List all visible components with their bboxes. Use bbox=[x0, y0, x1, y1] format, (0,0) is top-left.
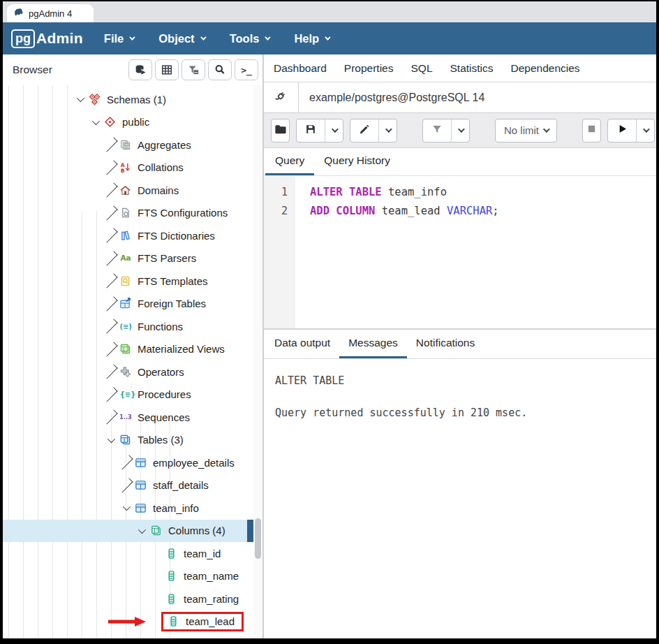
tree-item-team-id[interactable]: team_id bbox=[3, 542, 253, 565]
tree-item-team-rating[interactable]: team_rating bbox=[3, 587, 253, 610]
chevron-right-icon[interactable] bbox=[118, 460, 133, 465]
tab-query[interactable]: Query bbox=[265, 148, 314, 175]
chevron-down-icon[interactable] bbox=[72, 96, 87, 102]
chevron-right-icon[interactable] bbox=[103, 256, 118, 261]
tab-dependencies[interactable]: Dependencies bbox=[511, 62, 580, 75]
chevron-right-icon[interactable] bbox=[103, 210, 118, 216]
chevron-right-icon[interactable] bbox=[103, 278, 118, 284]
tab-notifications[interactable]: Notifications bbox=[407, 330, 484, 358]
chevron-down-icon[interactable] bbox=[103, 437, 118, 443]
tree-item-functions[interactable]: (≡)Functions bbox=[3, 315, 253, 338]
tree-item-fts-parsers[interactable]: AaFTS Parsers bbox=[3, 247, 253, 270]
tab-dashboard[interactable]: Dashboard bbox=[274, 62, 327, 75]
tree-item-sequences[interactable]: 1..3Sequences bbox=[3, 406, 253, 429]
chevron-right-icon[interactable] bbox=[103, 369, 118, 374]
chevron-right-icon[interactable] bbox=[103, 323, 118, 329]
tree-item-foreign-tables[interactable]: Foreign Tables bbox=[3, 293, 253, 316]
filter-dropdown-button[interactable] bbox=[451, 119, 469, 142]
browser-tab[interactable]: pgAdmin 4 bbox=[7, 4, 94, 22]
filter-button-group bbox=[422, 119, 470, 142]
stop-button[interactable] bbox=[582, 119, 601, 142]
tab-statistics[interactable]: Statistics bbox=[450, 62, 494, 75]
tree-item-label: Procedures bbox=[138, 388, 191, 400]
edit-dropdown-button[interactable] bbox=[378, 119, 397, 142]
chevron-right-icon[interactable] bbox=[103, 142, 118, 147]
connection-status-cell[interactable] bbox=[264, 82, 299, 112]
execute-dropdown-button[interactable] bbox=[636, 119, 654, 142]
row-limit-value: No limit bbox=[504, 124, 543, 136]
tree-item-label: Materialized Views bbox=[138, 343, 225, 355]
edit-button-group bbox=[350, 119, 397, 142]
chevron-right-icon[interactable] bbox=[103, 187, 118, 193]
query-tool-button[interactable] bbox=[128, 59, 152, 80]
search-objects-button[interactable] bbox=[208, 59, 232, 80]
view-data-button[interactable] bbox=[155, 59, 179, 80]
tree-item-fts-configurations[interactable]: FTS Configurations bbox=[3, 202, 253, 225]
tab-query-history[interactable]: Query History bbox=[314, 148, 400, 175]
menu-file[interactable]: File bbox=[104, 32, 133, 45]
chevron-right-icon[interactable] bbox=[103, 392, 118, 397]
tree-item-schemas-1[interactable]: Schemas (1) bbox=[3, 88, 253, 111]
tree-item-collations[interactable]: ABCollations bbox=[3, 156, 253, 180]
tree-item-label: Sequences bbox=[138, 411, 190, 423]
save-button[interactable] bbox=[297, 119, 325, 142]
svg-text:(≡): (≡) bbox=[119, 323, 131, 330]
edit-button[interactable] bbox=[350, 119, 378, 142]
tab-data-output[interactable]: Data output bbox=[265, 330, 339, 358]
chevron-right-icon[interactable] bbox=[103, 346, 118, 352]
tree-item-aggregates[interactable]: Aggregates bbox=[3, 133, 253, 156]
chevron-right-icon[interactable] bbox=[103, 301, 118, 307]
filter-button[interactable] bbox=[423, 119, 451, 142]
tree-scrollbar[interactable] bbox=[253, 85, 262, 638]
chevron-down-icon[interactable] bbox=[118, 505, 133, 511]
chevron-glyph bbox=[123, 503, 131, 511]
chevron-right-icon[interactable] bbox=[103, 165, 118, 170]
tab-sql[interactable]: SQL bbox=[410, 62, 432, 75]
chevron-right-icon[interactable] bbox=[103, 233, 118, 238]
column-icon bbox=[164, 546, 179, 560]
tab-properties[interactable]: Properties bbox=[344, 62, 394, 75]
tree-item-label: Functions bbox=[138, 321, 183, 332]
chevron-down-icon[interactable] bbox=[87, 119, 103, 125]
tree-item-operators[interactable]: Operators bbox=[3, 360, 253, 383]
tree-item-team-name[interactable]: team_name bbox=[3, 565, 253, 588]
tree-item-procedures[interactable]: {≡}Procedures bbox=[3, 383, 253, 407]
browser-tab-title: pgAdmin 4 bbox=[29, 8, 72, 19]
save-dropdown-button[interactable] bbox=[325, 119, 343, 142]
tree-item-team-info[interactable]: team_info bbox=[3, 497, 253, 520]
filtered-rows-button[interactable] bbox=[182, 59, 205, 80]
tab-messages[interactable]: Messages bbox=[339, 330, 407, 358]
tree-item-fts-templates[interactable]: FTS Templates bbox=[3, 270, 253, 293]
chevron-down-icon[interactable] bbox=[133, 528, 149, 534]
tree-scrollbar-thumb[interactable] bbox=[255, 518, 261, 559]
tree-item-tables-3[interactable]: Tables (3) bbox=[3, 429, 253, 452]
tree-item-team-lead[interactable]: team_lead bbox=[3, 610, 253, 634]
menu-help[interactable]: Help bbox=[294, 32, 329, 45]
psql-tool-button[interactable]: >_ bbox=[235, 59, 258, 80]
tree-item-label: FTS Dictionaries bbox=[138, 230, 215, 242]
sql-editor[interactable]: 12 ALTER TABLE team_infoADD COLUMN team_… bbox=[264, 176, 656, 328]
row-limit-select[interactable]: No limit bbox=[495, 119, 557, 142]
folder-icon bbox=[274, 122, 287, 138]
open-file-button[interactable] bbox=[271, 119, 290, 142]
connection-string[interactable]: example/postgres@PostgreSQL 14 bbox=[299, 82, 484, 112]
tree-item-columns-4[interactable]: Columns (4) bbox=[3, 520, 253, 543]
pgadmin-elephant-icon bbox=[13, 7, 24, 20]
execute-button[interactable] bbox=[608, 119, 636, 142]
chevron-right-icon[interactable] bbox=[118, 483, 133, 488]
tree-item-domains[interactable]: Domains bbox=[3, 179, 253, 202]
editor-gutter: 12 bbox=[264, 176, 295, 328]
tree-item-staff-details[interactable]: staff_details bbox=[3, 474, 253, 497]
table-icon bbox=[133, 478, 148, 492]
functions-icon: (≡) bbox=[118, 319, 133, 333]
tree-item-employee-details[interactable]: employee_details bbox=[3, 451, 253, 474]
chevron-right-icon[interactable] bbox=[103, 414, 118, 420]
menu-object[interactable]: Object bbox=[158, 32, 204, 45]
editor-code[interactable]: ALTER TABLE team_infoADD COLUMN team_lea… bbox=[295, 176, 656, 328]
tree-item-fts-dictionaries[interactable]: FTS Dictionaries bbox=[3, 224, 253, 247]
menu-tools[interactable]: Tools bbox=[230, 32, 269, 45]
tree-item-public[interactable]: public bbox=[3, 111, 253, 134]
column-icon bbox=[166, 615, 181, 629]
tree-item-materialized-views[interactable]: Materialized Views bbox=[3, 338, 253, 361]
code-line: ADD COLUMN team_lead VARCHAR; bbox=[310, 202, 656, 221]
